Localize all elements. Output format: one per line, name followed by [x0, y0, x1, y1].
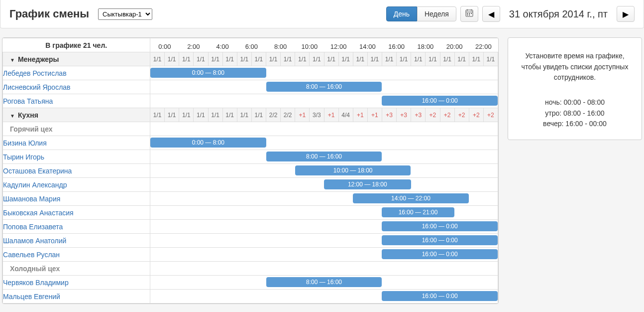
- time-header: 22:00: [469, 38, 498, 52]
- group-count: 1/1: [222, 108, 237, 122]
- chevron-down-icon: ▼: [10, 57, 15, 63]
- shift-cell[interactable]: 16:00 — 0:00: [150, 234, 498, 248]
- side-instruction: Установите время на графике, чтобы увиде…: [515, 51, 635, 83]
- shift-bar[interactable]: 10:00 — 18:00: [295, 165, 411, 175]
- time-header: 20:00: [440, 38, 469, 52]
- group-count: 1/1: [353, 52, 367, 66]
- shift-bar[interactable]: 0:00 — 8:00: [150, 138, 266, 148]
- employee-link[interactable]: Червяков Владимир: [3, 279, 69, 287]
- group-count: 1/1: [281, 52, 295, 66]
- group-count: +2: [454, 108, 469, 122]
- shift-cell[interactable]: 12:00 — 18:00: [150, 178, 498, 192]
- time-header: 0:00: [150, 38, 179, 52]
- shift-cell[interactable]: 0:00 — 8:00: [150, 66, 498, 80]
- group-count: 2/2: [281, 108, 295, 122]
- group-count: 1/1: [251, 108, 266, 122]
- group-count: 1/1: [310, 52, 324, 66]
- shift-bar[interactable]: 8:00 — 16:00: [266, 82, 382, 92]
- shift-bar[interactable]: 14:00 — 22:00: [353, 193, 469, 203]
- employee-link[interactable]: Мальцев Евгений: [3, 293, 60, 301]
- time-header: 18:00: [411, 38, 440, 52]
- side-line-morning: утро: 08:00 - 16:00: [515, 108, 635, 119]
- time-header: 12:00: [324, 38, 353, 52]
- group-count: 1/1: [397, 52, 411, 66]
- employee-link[interactable]: Кадулин Александр: [3, 181, 67, 189]
- group-count: 1/1: [483, 52, 498, 66]
- employee-link[interactable]: Быковская Анастасия: [3, 209, 74, 217]
- shift-cell[interactable]: 10:00 — 18:00: [150, 164, 498, 178]
- group-count: 4/4: [338, 108, 353, 122]
- svg-rect-8: [469, 14, 470, 15]
- view-week-button[interactable]: Неделя: [417, 6, 456, 21]
- group-count: +2: [426, 108, 440, 122]
- shift-bar[interactable]: 8:00 — 16:00: [266, 277, 382, 287]
- group-count: 1/1: [150, 52, 165, 66]
- group-count: 1/1: [440, 52, 454, 66]
- employee-link[interactable]: Савельев Руслан: [3, 251, 60, 259]
- side-line-evening: вечер: 16:00 - 00:00: [515, 119, 635, 130]
- view-day-button[interactable]: День: [386, 6, 417, 21]
- shift-cell[interactable]: 16:00 — 0:00: [150, 94, 498, 108]
- employee-link[interactable]: Шаманова Мария: [3, 195, 60, 203]
- group-count: 3/3: [310, 108, 324, 122]
- svg-rect-5: [469, 13, 470, 14]
- shift-cell[interactable]: 8:00 — 16:00: [150, 150, 498, 164]
- schedule-panel: В графике 21 чел.0:002:004:006:008:0010:…: [2, 37, 499, 304]
- group-header[interactable]: ▼Менеджеры: [3, 52, 150, 66]
- shift-bar[interactable]: 16:00 — 0:00: [382, 235, 498, 245]
- prev-date-button[interactable]: ◀: [482, 6, 500, 22]
- shift-bar[interactable]: 8:00 — 16:00: [266, 152, 382, 161]
- time-header: 14:00: [353, 38, 382, 52]
- shift-cell[interactable]: 8:00 — 16:00: [150, 80, 498, 94]
- group-count: 1/1: [251, 52, 266, 66]
- employee-link[interactable]: Шаламов Анатолий: [3, 237, 66, 245]
- shift-bar[interactable]: 16:00 — 0:00: [382, 221, 498, 231]
- employee-link[interactable]: Лебедев Ростислав: [3, 69, 67, 77]
- time-header: 10:00: [295, 38, 324, 52]
- shift-cell[interactable]: 14:00 — 22:00: [150, 192, 498, 206]
- group-count: 1/1: [165, 52, 179, 66]
- group-count: 1/1: [367, 52, 382, 66]
- shift-cell[interactable]: 16:00 — 21:00: [150, 206, 498, 220]
- shift-cell[interactable]: 16:00 — 0:00: [150, 248, 498, 262]
- group-count: +3: [397, 108, 411, 122]
- shift-bar[interactable]: 0:00 — 8:00: [150, 68, 266, 78]
- group-count: 1/1: [469, 52, 483, 66]
- group-count: +3: [382, 108, 397, 122]
- employee-link[interactable]: Попова Елизавета: [3, 223, 63, 231]
- group-count: 1/1: [179, 52, 194, 66]
- shift-bar[interactable]: 16:00 — 0:00: [382, 249, 498, 259]
- next-date-button[interactable]: ▶: [617, 6, 635, 22]
- group-count: 1/1: [194, 108, 208, 122]
- group-count: 1/1: [338, 52, 353, 66]
- shift-bar[interactable]: 12:00 — 18:00: [324, 179, 411, 189]
- group-count: 1/1: [382, 52, 397, 66]
- employee-link[interactable]: Лисневский Ярослав: [3, 83, 71, 91]
- shift-bar[interactable]: 16:00 — 21:00: [382, 207, 454, 217]
- subgroup-header: Горячий цех: [3, 122, 150, 136]
- svg-rect-6: [471, 13, 472, 14]
- shift-cell[interactable]: 0:00 — 8:00: [150, 136, 498, 150]
- shift-bar[interactable]: 16:00 — 0:00: [382, 96, 498, 106]
- topbar: График смены Сыктывкар-1 День Неделя ◀ 3…: [0, 0, 644, 28]
- employee-link[interactable]: Осташова Екатерина: [3, 167, 72, 175]
- shift-cell[interactable]: 8:00 — 16:00: [150, 276, 498, 290]
- shift-cell[interactable]: 16:00 — 0:00: [150, 290, 498, 304]
- chevron-down-icon: ▼: [10, 113, 15, 119]
- employee-link[interactable]: Бизина Юлия: [3, 139, 47, 147]
- group-header[interactable]: ▼Кухня: [3, 108, 150, 122]
- group-count: 1/1: [411, 52, 426, 66]
- group-count: 1/1: [324, 52, 338, 66]
- group-count: +1: [353, 108, 367, 122]
- group-count: 1/1: [222, 52, 237, 66]
- group-count: +3: [411, 108, 426, 122]
- calendar-button[interactable]: [460, 6, 478, 22]
- group-count: +1: [324, 108, 338, 122]
- employee-link[interactable]: Рогова Татьяна: [3, 97, 53, 105]
- location-select[interactable]: Сыктывкар-1: [98, 8, 152, 20]
- view-toggle: День Неделя: [386, 6, 456, 21]
- group-count: +1: [295, 108, 310, 122]
- shift-cell[interactable]: 16:00 — 0:00: [150, 220, 498, 234]
- shift-bar[interactable]: 16:00 — 0:00: [382, 291, 498, 301]
- employee-link[interactable]: Тырин Игорь: [3, 153, 44, 161]
